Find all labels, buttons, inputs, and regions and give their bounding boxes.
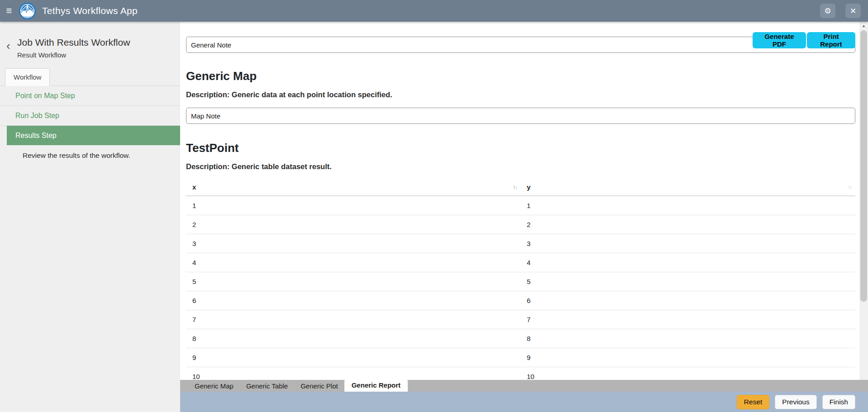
print-report-button[interactable]: Print Report — [807, 32, 855, 48]
result-tab-generic-map[interactable]: Generic Map — [188, 380, 240, 392]
workflow-subtitle: Result Workflow — [17, 51, 130, 59]
section-title-generic-map: Generic Map — [186, 69, 257, 83]
table-row: 55 — [186, 272, 855, 291]
previous-button[interactable]: Previous — [775, 395, 816, 409]
generate-pdf-button[interactable]: Generate PDF — [753, 32, 806, 48]
column-header-y: y ↑↓ — [520, 179, 855, 195]
table-row: 33 — [186, 234, 855, 253]
sidebar-step-point-on-map-step[interactable]: Point on Map Step — [0, 86, 180, 106]
cell-y: 10 — [520, 367, 855, 380]
result-tab-generic-plot[interactable]: Generic Plot — [294, 380, 344, 392]
cell-y: 3 — [520, 234, 855, 253]
column-header-x: x ↑↓ — [186, 179, 520, 195]
result-tab-generic-table[interactable]: Generic Table — [240, 380, 294, 392]
table-row: 66 — [186, 291, 855, 310]
cell-y: 9 — [520, 348, 855, 367]
cell-x: 7 — [186, 310, 520, 329]
cell-x: 1 — [186, 196, 520, 215]
finish-button[interactable]: Finish — [822, 395, 855, 409]
cell-x: 8 — [186, 329, 520, 348]
table-row: 99 — [186, 348, 855, 367]
scrollbar-thumb[interactable] — [860, 30, 867, 302]
table-header-row: x ↑↓ y ↑↓ — [186, 179, 855, 196]
hamburger-menu-icon[interactable]: ≡ — [0, 0, 18, 22]
table-row: 11 — [186, 196, 855, 215]
sidebar-step-results-step[interactable]: Results Step — [7, 126, 180, 145]
section-description-generic-map: Description: Generic data at each point … — [186, 90, 392, 99]
cell-x: 2 — [186, 215, 520, 234]
table-body: 1122334455667788991010 — [186, 196, 855, 380]
footer-bar: Reset Previous Finish — [180, 392, 868, 412]
main-panel: Generate PDF Print Report Generic Map De… — [180, 22, 868, 412]
cell-y: 7 — [520, 310, 855, 329]
sidebar-tab-row: Workflow — [0, 69, 180, 86]
settings-gear-icon[interactable]: ⚙ — [820, 4, 835, 18]
cell-x: 9 — [186, 348, 520, 367]
cell-y: 4 — [520, 253, 855, 272]
table-row: 77 — [186, 310, 855, 329]
result-tab-generic-report[interactable]: Generic Report — [344, 379, 408, 392]
app-top-bar: ≡ Tethys Workflows App ⚙ ✕ — [0, 0, 868, 22]
section-description-testpoint: Description: Generic table dataset resul… — [186, 162, 332, 171]
close-app-icon[interactable]: ✕ — [845, 4, 861, 18]
map-note-input[interactable] — [186, 108, 855, 124]
cell-x: 6 — [186, 291, 520, 310]
cell-y: 1 — [520, 196, 855, 215]
app-title: Tethys Workflows App — [42, 5, 138, 16]
scrollbar-up-arrow-icon[interactable]: ▲ — [859, 22, 868, 30]
tab-workflow[interactable]: Workflow — [5, 68, 50, 86]
topbar-actions: ⚙ ✕ — [820, 4, 861, 18]
sort-icon-x[interactable]: ↑↓ — [513, 184, 517, 190]
cell-y: 2 — [520, 215, 855, 234]
back-chevron-icon[interactable]: ‹ — [6, 41, 17, 59]
cell-y: 8 — [520, 329, 855, 348]
section-title-testpoint: TestPoint — [186, 141, 239, 155]
reset-button[interactable]: Reset — [737, 395, 770, 409]
cell-x: 10 — [186, 367, 520, 380]
workflow-sidebar: ‹ Job With Results Workflow Result Workf… — [0, 22, 180, 412]
tethys-logo-icon — [19, 3, 36, 19]
workflow-title: Job With Results Workflow — [17, 37, 130, 48]
cell-x: 5 — [186, 272, 520, 291]
sort-icon-y[interactable]: ↑↓ — [848, 184, 852, 190]
vertical-scrollbar[interactable]: ▲ — [859, 22, 868, 380]
active-step-description: Review the results of the workflow. — [0, 145, 180, 160]
cell-x: 3 — [186, 234, 520, 253]
workflow-steps-list: Point on Map StepRun Job StepResults Ste… — [0, 86, 180, 160]
table-row: 88 — [186, 329, 855, 348]
cell-y: 5 — [520, 272, 855, 291]
table-row: 44 — [186, 253, 855, 272]
table-row: 1010 — [186, 367, 855, 380]
cell-x: 4 — [186, 253, 520, 272]
sidebar-step-run-job-step[interactable]: Run Job Step — [0, 106, 180, 126]
report-scroll-area: Generate PDF Print Report Generic Map De… — [180, 22, 868, 380]
cell-y: 6 — [520, 291, 855, 310]
result-tabs-bar: Generic MapGeneric TableGeneric PlotGene… — [180, 380, 868, 392]
testpoint-table: x ↑↓ y ↑↓ 1122334455667788991010 — [186, 179, 855, 380]
table-row: 22 — [186, 215, 855, 234]
